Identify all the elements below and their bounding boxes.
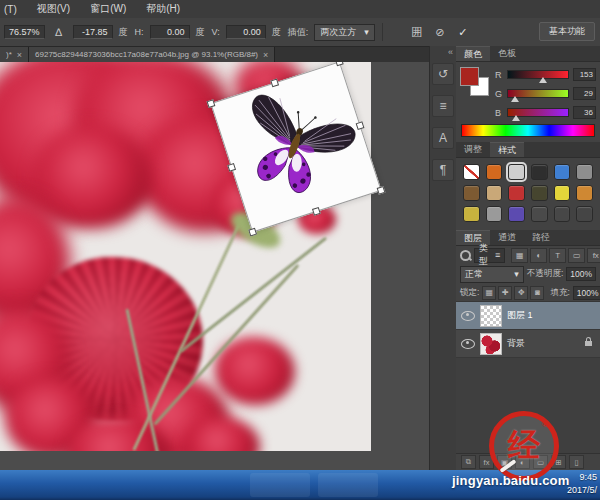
color-panel-body: R 153 G 29 B [456, 62, 600, 121]
warp-mode-icon[interactable]: 囲 [408, 24, 426, 40]
foreground-color-swatch[interactable] [460, 67, 479, 86]
channel-value-field[interactable]: 29 [573, 87, 596, 100]
menu-item[interactable]: 帮助(H) [146, 2, 180, 16]
style-swatch[interactable] [508, 185, 525, 201]
slider-thumb-icon[interactable] [511, 96, 519, 102]
taskbar-button[interactable] [318, 473, 378, 497]
style-swatch[interactable] [486, 185, 503, 201]
slider-thumb-icon[interactable] [512, 115, 520, 121]
layer-name[interactable]: 图层 1 [507, 309, 533, 322]
layer-row-layer1[interactable]: 图层 1 [456, 302, 600, 330]
document-tab-partial[interactable]: )* × [0, 47, 29, 62]
tab-swatches[interactable]: 色板 [490, 46, 524, 61]
close-tab-icon[interactable]: × [263, 50, 268, 60]
style-swatch[interactable] [576, 206, 593, 222]
rotate-angle-icon: ∆ [50, 24, 68, 40]
lock-label: 锁定: [460, 287, 479, 299]
link-layers-icon[interactable]: ⧉ [461, 455, 476, 469]
paragraph-icon[interactable]: ¶ [432, 159, 454, 181]
document-tab-active[interactable]: 69275c82944873036bcc17a08e77a04b.jpg @ 9… [29, 47, 275, 62]
tab-channels[interactable]: 通道 [490, 230, 524, 245]
style-swatch[interactable] [576, 164, 593, 180]
blend-mode-dropdown[interactable]: 正常 ▾ [460, 266, 524, 283]
layer-visibility-eye-icon[interactable] [461, 311, 475, 321]
slider-thumb-icon[interactable] [539, 77, 547, 83]
style-swatch[interactable] [508, 206, 525, 222]
transform-handle[interactable] [377, 186, 386, 195]
style-swatch[interactable] [508, 164, 525, 180]
style-swatch[interactable] [531, 206, 548, 222]
menu-bar: (T)视图(V)窗口(W)帮助(H) [0, 0, 600, 19]
hskew-field[interactable]: 0.00 [150, 25, 190, 39]
layer-name[interactable]: 背景 [507, 337, 525, 350]
delete-layer-icon[interactable]: ▯ [569, 455, 584, 469]
taskbar-button[interactable] [250, 473, 310, 497]
filter-pixel-icon[interactable]: ▦ [511, 248, 528, 263]
style-swatch[interactable] [486, 206, 503, 222]
tab-styles[interactable]: 样式 [490, 142, 524, 157]
scale-width-field[interactable]: 76.57% [4, 25, 45, 39]
system-tray-clock[interactable]: 9:45 2017/5/ [567, 471, 597, 497]
workspace-button[interactable]: 基本功能 [539, 22, 595, 41]
commit-transform-icon[interactable]: ✓ [454, 24, 472, 40]
lock-pixels-icon[interactable]: ✚ [498, 286, 512, 300]
tab-color[interactable]: 颜色 [456, 46, 490, 61]
opacity-field[interactable]: 100% [566, 267, 596, 281]
style-swatch[interactable] [463, 164, 480, 180]
vskew-field[interactable]: 0.00 [226, 25, 266, 39]
style-swatch[interactable] [463, 206, 480, 222]
panels-column: 颜色 色板 R 153 G [456, 46, 600, 470]
close-tab-icon[interactable]: × [17, 50, 22, 60]
channel-value-field[interactable]: 153 [573, 68, 596, 81]
lock-transparency-icon[interactable]: ▦ [482, 286, 496, 300]
properties-icon[interactable]: ≡ [432, 95, 454, 117]
layer-thumbnail[interactable] [480, 333, 502, 355]
character-icon[interactable]: A [432, 127, 454, 149]
color-spectrum-ramp[interactable] [461, 124, 595, 137]
filter-smart-icon[interactable]: fx [587, 248, 600, 263]
flower-shape [35, 127, 150, 227]
interpolation-label: 插值: [287, 26, 310, 39]
style-swatch[interactable] [576, 185, 593, 201]
channel-slider[interactable] [507, 70, 569, 79]
style-swatch[interactable] [486, 164, 503, 180]
tab-paths[interactable]: 路径 [524, 230, 558, 245]
lock-position-icon[interactable]: ✥ [514, 286, 528, 300]
cancel-transform-icon[interactable]: ⊘ [431, 24, 449, 40]
lock-all-icon[interactable]: ◙ [530, 286, 544, 300]
style-swatch[interactable] [463, 185, 480, 201]
style-swatch[interactable] [554, 206, 571, 222]
tab-adjustments[interactable]: 调整 [456, 142, 490, 157]
registered-mark: ® [542, 420, 548, 429]
color-panel-tabs: 颜色 色板 [456, 46, 600, 62]
filter-shape-icon[interactable]: ▭ [568, 248, 585, 263]
menu-item[interactable]: 视图(V) [37, 2, 70, 16]
photoshop-window: (T)视图(V)窗口(W)帮助(H) 76.57% ∆ -17.85 度 H: … [0, 0, 600, 500]
color-channel-row: G 29 [495, 87, 596, 100]
filter-adjustment-icon[interactable]: ◐ [530, 248, 547, 263]
layer-thumbnail[interactable] [480, 305, 502, 327]
style-swatch[interactable] [554, 164, 571, 180]
style-swatch[interactable] [554, 185, 571, 201]
channel-label: B [495, 108, 503, 118]
hskew-unit-label: 度 [195, 26, 206, 39]
style-swatch[interactable] [531, 185, 548, 201]
menu-item[interactable]: (T) [4, 4, 17, 15]
channel-slider[interactable] [507, 89, 569, 98]
layer-visibility-eye-icon[interactable] [461, 339, 475, 349]
fill-field[interactable]: 100% [573, 286, 600, 300]
style-swatch[interactable] [531, 164, 548, 180]
layer-row-background[interactable]: 背景 [456, 330, 600, 358]
history-icon[interactable]: ↺ [432, 63, 454, 85]
channel-value-field[interactable]: 36 [573, 106, 596, 119]
rotate-angle-field[interactable]: -17.85 [73, 25, 113, 39]
transform-options-bar: 76.57% ∆ -17.85 度 H: 0.00 度 V: 0.00 度 插值… [0, 18, 600, 47]
channel-slider[interactable] [507, 108, 569, 117]
layer-filter-dropdown[interactable]: 类型 ≡ [474, 248, 505, 263]
expand-panels-icon[interactable]: « [448, 46, 456, 58]
filter-type-icon[interactable]: T [549, 248, 566, 263]
interpolation-dropdown[interactable]: 两次立方 ▾ [314, 24, 375, 41]
layer-lock-icon [585, 341, 592, 346]
layer-filter-row: 类型 ≡ ▦◐T▭fx [456, 246, 600, 264]
menu-item[interactable]: 窗口(W) [90, 2, 126, 16]
